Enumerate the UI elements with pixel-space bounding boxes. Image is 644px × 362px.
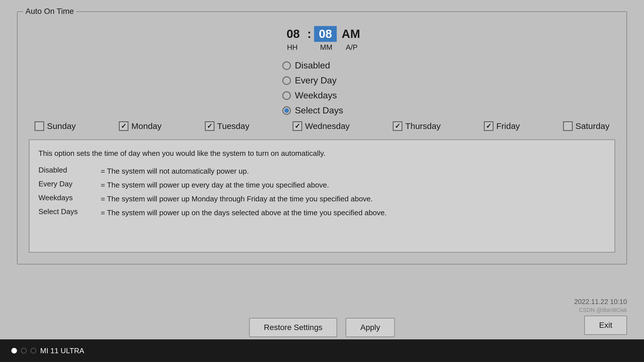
info-term-everyday: Every Day — [38, 180, 95, 191]
day-monday[interactable]: Monday — [119, 121, 162, 131]
status-dots — [11, 348, 36, 354]
day-tuesday[interactable]: Tuesday — [205, 121, 250, 131]
watermark: CSDN @libin9iOak — [579, 307, 627, 313]
auto-on-time-panel: Auto On Time 08 : 08 AM HH MM A/P — [17, 11, 627, 264]
exit-button[interactable]: Exit — [584, 316, 627, 335]
label-hh: HH — [281, 43, 304, 52]
day-wednesday[interactable]: Wednesday — [293, 121, 350, 131]
dot-1 — [11, 348, 17, 354]
wednesday-label: Wednesday — [305, 121, 350, 131]
datetime-display: 2022.11.22 10:10 — [574, 298, 627, 306]
monday-checkbox[interactable] — [119, 121, 128, 131]
friday-label: Friday — [496, 121, 520, 131]
time-display: 08 : 08 AM HH MM A/P — [281, 26, 363, 52]
info-table: Disabled = The system will not automatic… — [38, 166, 606, 218]
saturday-label: Saturday — [576, 121, 609, 131]
radio-every-day[interactable]: Every Day — [282, 75, 362, 86]
time-mm-field[interactable]: 08 — [314, 26, 337, 42]
info-def-selectdays: = The system will power up on the days s… — [101, 207, 606, 218]
radio-every-day-label: Every Day — [295, 75, 337, 86]
radio-disabled-label: Disabled — [295, 60, 330, 71]
screen: Auto On Time 08 : 08 AM HH MM A/P — [0, 0, 644, 362]
status-bar: MI 11 ULTRA — [0, 339, 644, 362]
saturday-checkbox[interactable] — [563, 121, 573, 131]
apply-button[interactable]: Apply — [345, 318, 395, 337]
days-row: Sunday Monday Tuesday Wednesday — [29, 121, 615, 131]
label-ap: A/P — [340, 43, 363, 52]
day-sunday[interactable]: Sunday — [35, 121, 76, 131]
sunday-checkbox[interactable] — [35, 121, 44, 131]
device-name: MI 11 ULTRA — [40, 346, 84, 355]
time-colon: : — [307, 27, 311, 41]
tuesday-checkbox[interactable] — [205, 121, 214, 131]
radio-options: Disabled Every Day Weekdays Select Days — [282, 60, 362, 116]
info-term-weekdays: Weekdays — [38, 193, 95, 204]
radio-select-days[interactable]: Select Days — [282, 105, 362, 116]
radio-disabled-circle[interactable] — [282, 61, 291, 70]
time-ampm-field[interactable]: AM — [340, 27, 362, 41]
info-box: This option sets the time of day when yo… — [29, 139, 615, 253]
thursday-checkbox[interactable] — [393, 121, 402, 131]
info-term-disabled: Disabled — [38, 166, 95, 177]
info-intro: This option sets the time of day when yo… — [38, 148, 606, 159]
info-def-everyday: = The system will power up every day at … — [101, 180, 606, 191]
time-labels-row: HH MM A/P — [281, 43, 363, 52]
dot-2 — [21, 348, 27, 354]
monday-label: Monday — [131, 121, 162, 131]
dot-3 — [31, 348, 36, 354]
day-thursday[interactable]: Thursday — [393, 121, 441, 131]
radio-weekdays-label: Weekdays — [295, 90, 337, 101]
bottom-buttons: Restore Settings Apply — [249, 318, 395, 337]
info-def-weekdays: = The system will power up Monday throug… — [101, 193, 606, 204]
tuesday-label: Tuesday — [217, 121, 250, 131]
radio-weekdays[interactable]: Weekdays — [282, 90, 362, 101]
label-mm: MM — [315, 43, 338, 52]
main-content: Auto On Time 08 : 08 AM HH MM A/P — [0, 0, 644, 339]
radio-every-day-circle[interactable] — [282, 76, 291, 85]
radio-weekdays-circle[interactable] — [282, 91, 291, 100]
radio-select-days-circle[interactable] — [282, 106, 291, 115]
restore-settings-button[interactable]: Restore Settings — [249, 318, 337, 337]
sunday-label: Sunday — [47, 121, 76, 131]
day-friday[interactable]: Friday — [484, 121, 520, 131]
radio-select-days-label: Select Days — [295, 105, 343, 116]
info-term-selectdays: Select Days — [38, 207, 95, 218]
friday-checkbox[interactable] — [484, 121, 493, 131]
time-hh-field[interactable]: 08 — [282, 26, 304, 42]
time-values-row: 08 : 08 AM — [282, 26, 362, 42]
wednesday-checkbox[interactable] — [293, 121, 302, 131]
radio-disabled[interactable]: Disabled — [282, 60, 362, 71]
thursday-label: Thursday — [405, 121, 441, 131]
panel-title: Auto On Time — [23, 7, 76, 16]
info-def-disabled: = The system will not automatically powe… — [101, 166, 606, 177]
day-saturday[interactable]: Saturday — [563, 121, 609, 131]
